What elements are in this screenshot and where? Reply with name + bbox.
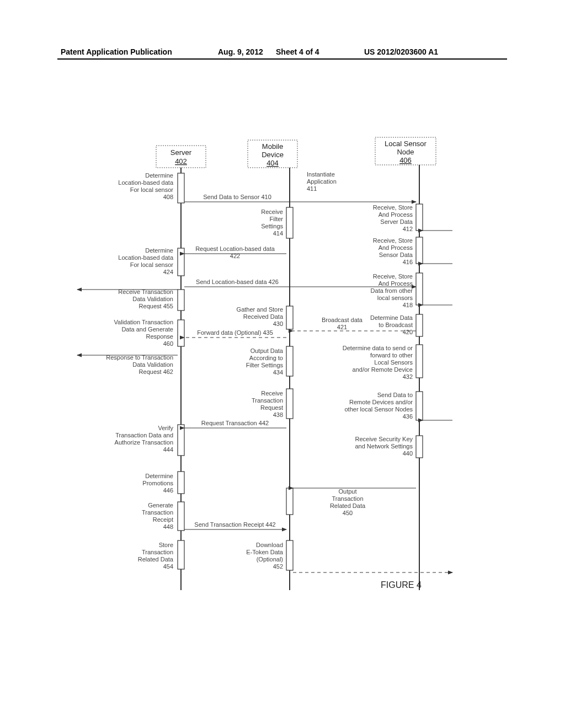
l434c: Filter Settings [246,362,284,368]
l436c: other local Sensor Nodes [344,406,413,413]
l440b: and Network Settings [355,443,413,449]
act-444 [178,425,184,456]
l418c: Data from other [371,287,413,294]
l416c: Sensor Data [379,251,413,258]
l424d: 424 [163,269,173,275]
l424c: For local sensor [130,261,174,268]
l438a: Receive [261,390,283,397]
l462b: Data Validation [132,361,173,368]
l432d: and/or Remote Device [353,366,413,373]
l444d: 444 [163,446,173,453]
l432a: Determine data to send or [343,345,413,351]
m421a: Broadcast data [322,317,363,323]
l454b: Transaction [142,549,173,555]
act-432 [416,345,423,378]
l420c: 420 [403,329,413,335]
act-454 [178,540,184,569]
l411a: Instantiate [307,171,335,178]
l446c: 446 [163,487,173,494]
l436b: Remote Devices and/or [349,399,413,405]
l414d: 414 [273,230,283,237]
sequence-diagram: Server 402 Mobile Device 404 Local Senso… [0,0,565,728]
l438c: Request [260,404,283,411]
l432e: 432 [403,373,413,380]
l438b: Transaction [252,397,283,404]
l446a: Determine [145,473,173,479]
l434d: 434 [273,369,283,376]
l411c: 411 [307,185,317,192]
l452d: 452 [273,563,283,570]
l454c: Related Data [138,556,174,563]
sensor-id: 406 [399,156,412,164]
m442: Request Transaction 442 [201,420,269,426]
l432b: forward to other [370,352,413,358]
l418d: local sensors [377,295,413,301]
l452c: (Optional) [257,556,283,563]
act-455 [178,290,184,311]
l414a: Receive [261,208,283,215]
m426: Send Location-based data 426 [196,279,279,285]
l408b: Location-based data [118,179,174,186]
l412b: And Process [379,211,413,218]
figure-label: FIGURE 4 [381,580,422,590]
m410: Send Data to Sensor 410 [203,194,271,200]
l448d: 448 [163,523,173,530]
l452b: E-Token Data [246,549,284,555]
act-412 [416,204,423,231]
sensor-t2: Node [397,148,414,156]
act-414 [286,207,293,238]
l448b: Transaction [142,509,173,516]
mobile-id: 404 [266,159,279,167]
l448c: Receipt [153,516,173,523]
m421b: 421 [337,324,347,330]
l455c: Request 455 [139,303,173,309]
l424b: Location-based data [118,254,174,261]
act-434 [286,346,293,376]
sensor-t1: Local Sensor [385,140,427,148]
l438d: 438 [273,411,283,418]
l420a: Determine Data [370,314,413,321]
l412a: Receive, Store [373,204,413,211]
l436d: 436 [403,413,413,420]
l418a: Receive, Store [373,273,413,280]
act-420 [416,314,423,336]
act-408 [178,173,184,203]
l418e: 418 [403,302,413,308]
l418b: And Process [379,280,413,287]
l460c: Response [146,333,173,340]
l408d: 408 [163,194,173,200]
l430a: Gather and Store [237,306,283,313]
l460b: Data and Generate [121,326,173,333]
act-460 [178,320,184,346]
l452a: Download [256,542,283,548]
m422b: 422 [230,253,240,259]
patent-page: Patent Application Publication Aug. 9, 2… [0,0,565,728]
l444c: Authorize Transaction [115,439,173,446]
act-436 [416,392,423,420]
l408a: Determine [145,172,173,179]
m422a: Request Location-based data [195,245,275,252]
l455b: Data Validation [132,296,173,302]
l440c: 440 [403,450,413,457]
l450b: Transaction [332,495,363,502]
act-440 [416,436,423,458]
l434b: According to [249,355,283,361]
l432c: Local Sensors [374,359,413,366]
act-438 [286,389,293,419]
act-430 [286,306,293,329]
l408c: For local sensor [130,186,174,193]
mobile-t1: Mobile [262,142,283,151]
act-424 [178,248,184,276]
l454a: Store [159,542,173,548]
l412c: Server Data [380,218,413,225]
l450c: Related Data [330,502,366,509]
act-446 [178,472,184,494]
l462c: Request 462 [139,368,173,375]
l430c: 430 [273,320,283,327]
l446b: Promotions [142,480,173,486]
act-418 [416,273,423,305]
m448s: Send Transaction Receipt 442 [194,521,275,528]
l440a: Receive Security Key [355,436,413,442]
l444b: Transaction Data and [115,432,173,438]
l414c: Settings [261,223,283,229]
